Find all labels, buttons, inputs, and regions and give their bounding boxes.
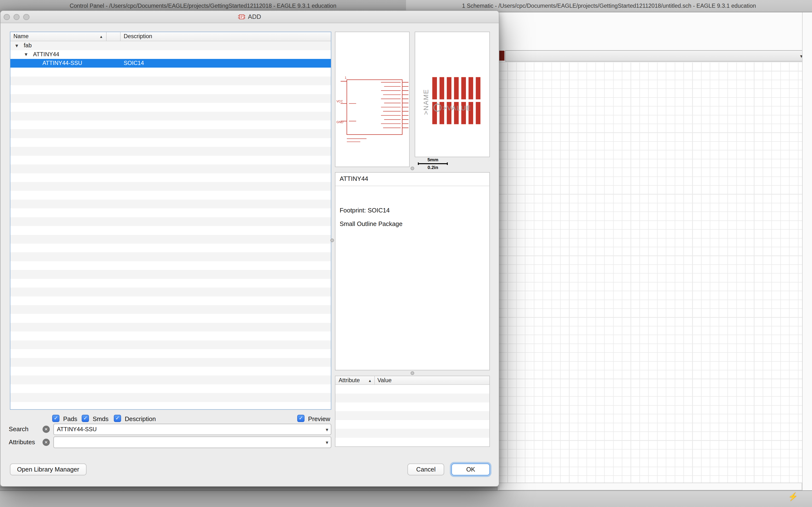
close-button[interactable] <box>4 14 10 20</box>
table-row <box>10 173 331 182</box>
table-row <box>336 438 489 446</box>
column-divider[interactable] <box>374 376 375 384</box>
table-row <box>10 191 331 200</box>
column-header-attribute[interactable]: Attribute <box>339 377 360 384</box>
table-row <box>336 411 489 420</box>
control-panel-title: Control Panel - /Users/cpc/Documents/EAG… <box>69 3 337 9</box>
clear-search-button[interactable]: ✕ <box>43 426 50 433</box>
table-row <box>10 305 331 314</box>
disclosure-triangle-icon[interactable]: ▼ <box>24 52 28 57</box>
table-row <box>10 138 331 147</box>
tree-item-description[interactable]: SOIC14 <box>124 60 144 66</box>
table-row <box>10 120 331 129</box>
table-row <box>336 429 489 438</box>
device-description: Small Outline Package <box>340 220 402 227</box>
tree-table-header[interactable]: Name ▲ Description <box>10 32 331 42</box>
horizontal-scrollbar[interactable] <box>499 483 802 490</box>
check-icon: ✓ <box>299 415 303 421</box>
cancel-button[interactable]: Cancel <box>407 463 444 475</box>
tree-item-label[interactable]: ATTINY44-SSU <box>42 60 82 66</box>
tree-item-label[interactable]: ATTINY44 <box>33 51 59 58</box>
table-row <box>10 323 331 332</box>
table-row <box>10 94 331 103</box>
search-input[interactable] <box>57 424 321 435</box>
tree-row-attiny44[interactable]: ▼ ATTINY44 <box>10 50 331 59</box>
column-header-description[interactable]: Description <box>124 33 152 40</box>
symbol-preview-drawing: 1 VCC GND <box>336 32 410 168</box>
scale-mm-label: 5mm <box>418 157 448 162</box>
desktop: Control Panel - /Users/cpc/Documents/EAG… <box>0 0 812 507</box>
table-row <box>10 68 331 76</box>
chevron-down-icon[interactable]: ▾ <box>326 440 328 446</box>
tree-row-attiny44-ssu-selected[interactable]: ATTINY44-SSU SOIC14 <box>10 59 331 68</box>
clear-attributes-button[interactable]: ✕ <box>43 439 50 446</box>
open-library-manager-button[interactable]: Open Library Manager <box>10 463 87 475</box>
attributes-combobox[interactable]: ▾ <box>53 437 332 448</box>
pin1-label: 1 <box>345 75 347 79</box>
schematic-window: ▾ <box>497 12 812 490</box>
attribute-table[interactable]: Attribute ▲ Value <box>335 376 490 447</box>
device-name: ATTINY44 <box>340 175 368 182</box>
check-icon: ✓ <box>83 415 88 421</box>
clear-icon: ✕ <box>44 427 48 432</box>
scale-bar: 5mm 0.2in <box>418 157 448 170</box>
eagle-spark-icon: ⚡ <box>788 492 798 501</box>
library-tree-table[interactable]: Name ▲ Description ▼ fab ▼ ATTINY44 ATTI… <box>10 32 332 410</box>
table-row <box>10 226 331 235</box>
table-row <box>10 103 331 112</box>
table-row <box>10 182 331 191</box>
zoom-button[interactable] <box>23 14 30 20</box>
table-row <box>10 252 331 261</box>
vertical-scrollbar[interactable] <box>802 12 812 490</box>
check-icon: ✓ <box>115 415 120 421</box>
package-name-label: >NAME <box>422 89 430 115</box>
sort-ascending-icon[interactable]: ▲ <box>99 35 103 39</box>
cancel-label: Cancel <box>416 466 436 473</box>
tree-item-label[interactable]: fab <box>24 42 32 49</box>
schematic-title: 1 Schematic - /Users/cpc/Documents/EAGLE… <box>462 3 756 9</box>
table-row <box>10 156 331 164</box>
window-bottom-strip <box>0 490 812 507</box>
divider <box>336 186 489 186</box>
search-combobox[interactable]: ▾ <box>53 424 332 435</box>
column-divider[interactable] <box>120 32 120 41</box>
splitter-handle[interactable] <box>331 238 334 242</box>
table-row <box>10 402 331 410</box>
table-row <box>336 394 489 402</box>
column-header-name[interactable]: Name <box>13 33 29 40</box>
preview-checkbox[interactable]: ✓ <box>297 415 305 422</box>
table-row <box>10 296 331 305</box>
chevron-down-icon[interactable]: ▾ <box>326 427 328 433</box>
column-header-value[interactable]: Value <box>377 377 392 384</box>
description-checkbox[interactable]: ✓ <box>114 415 121 422</box>
table-row <box>336 402 489 411</box>
splitter-handle[interactable] <box>411 371 414 375</box>
smds-checkbox[interactable]: ✓ <box>82 415 89 422</box>
ok-button[interactable]: OK <box>451 463 490 475</box>
check-icon: ✓ <box>54 415 58 421</box>
minimize-button[interactable] <box>13 14 20 20</box>
splitter-handle[interactable] <box>411 167 414 170</box>
table-row <box>10 147 331 156</box>
table-row <box>10 76 331 85</box>
schematic-toolbar-dropdown[interactable]: ▾ <box>505 50 806 62</box>
scale-line <box>418 163 448 165</box>
sort-ascending-icon[interactable]: ▲ <box>368 379 372 383</box>
schematic-canvas[interactable] <box>499 62 802 483</box>
smds-checkbox-label: Smds <box>93 415 108 422</box>
pads-checkbox[interactable]: ✓ <box>52 415 59 422</box>
table-row <box>10 112 331 120</box>
table-row <box>10 85 331 94</box>
package-preview-pane[interactable]: >NAME >VALUE <box>415 32 490 157</box>
dialog-titlebar[interactable]: ADD <box>0 11 499 23</box>
column-divider[interactable] <box>106 32 107 41</box>
disclosure-triangle-icon[interactable]: ▼ <box>14 43 19 49</box>
attribute-table-header[interactable]: Attribute ▲ Value <box>336 376 489 385</box>
scale-in-label: 0.2in <box>418 165 448 170</box>
attributes-input[interactable] <box>57 437 321 447</box>
symbol-preview-pane[interactable]: 1 VCC GND <box>335 32 410 167</box>
ok-label: OK <box>466 466 475 473</box>
tree-row-fab[interactable]: ▼ fab <box>10 41 331 50</box>
vcc-label: VCC <box>337 100 343 103</box>
dialog-title: ADD <box>248 13 261 20</box>
